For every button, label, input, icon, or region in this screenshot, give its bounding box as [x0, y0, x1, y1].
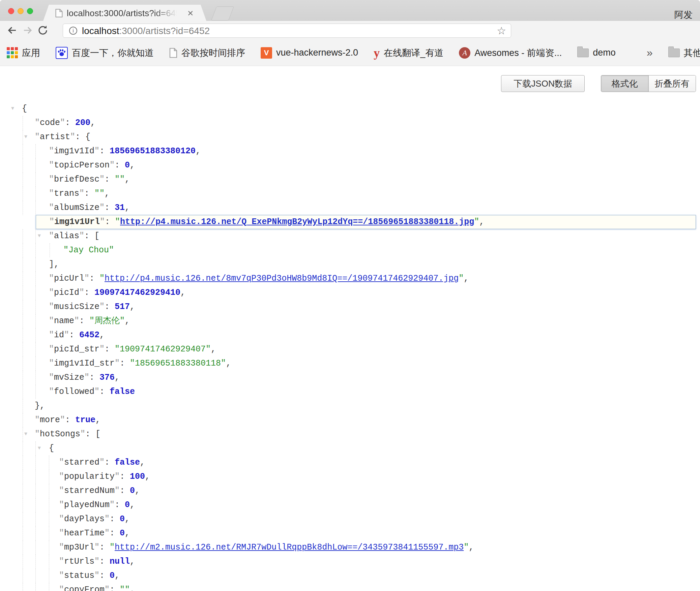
json-token: :: [105, 458, 115, 467]
bookmark-google-sort[interactable]: 谷歌按时间排序: [169, 47, 245, 59]
indent-guide-line: [23, 427, 23, 441]
json-line: "trans": "",: [0, 187, 700, 201]
json-url-link[interactable]: http://p4.music.126.net/Q_ExePNkmgB2yWyL…: [120, 217, 474, 227]
collapse-all-button[interactable]: 折叠所有: [648, 75, 696, 92]
tab-close-icon[interactable]: ×: [187, 7, 194, 19]
json-punct: ,: [211, 344, 216, 354]
json-token: ": [70, 132, 75, 142]
other-bookmarks[interactable]: 其他书签: [668, 47, 700, 59]
json-line: ▼"artist": {: [0, 130, 700, 144]
json-line: "Jay Chou": [0, 243, 700, 257]
new-tab-button[interactable]: [211, 6, 234, 21]
json-token: ": [60, 415, 65, 425]
json-value: 6452: [79, 330, 99, 340]
reload-icon[interactable]: [37, 24, 49, 36]
json-url-link[interactable]: http://m2.music.126.net/RMJR7wDullRqppBk…: [115, 542, 464, 552]
json-token: ": [79, 231, 84, 241]
json-key: artist: [40, 132, 70, 142]
json-token: :: [99, 387, 110, 397]
bookmark-awesomes[interactable]: A Awesomes - 前端资...: [459, 47, 562, 59]
json-token: ": [49, 359, 54, 368]
tab-strip: localhost:3000/artists?id=645 × 阿发: [0, 0, 700, 21]
json-line: "code": 200,: [0, 116, 700, 130]
collapse-toggle-icon[interactable]: ▼: [11, 102, 14, 116]
json-token: :: [105, 217, 115, 227]
bookmark-apps[interactable]: 应用: [7, 47, 40, 59]
json-line: "img1v1Id_str": "18569651883380118",: [0, 356, 700, 371]
collapse-toggle-icon[interactable]: ▼: [24, 130, 27, 144]
json-token: ": [59, 458, 64, 467]
indent-guide-line: [49, 498, 49, 512]
json-punct: ,: [125, 316, 130, 326]
json-token: :: [99, 542, 110, 552]
traffic-light-minimize-icon[interactable]: [18, 8, 24, 14]
json-token: ": [59, 528, 64, 538]
json-key: dayPlays: [64, 514, 105, 524]
json-line-selected: "img1v1Url": "http://p4.music.126.net/Q_…: [0, 215, 700, 229]
indent-guide-line: [49, 555, 49, 569]
json-value: false: [110, 387, 135, 397]
json-url-link[interactable]: http://p4.music.126.net/8mv7qP30Pd3oHW8b…: [105, 274, 459, 283]
format-button[interactable]: 格式化: [601, 75, 648, 92]
json-key: rtUrls: [64, 557, 94, 566]
url-host: localhost: [82, 26, 119, 36]
browser-toolbar: i localhost:3000/artists?id=6452 ☆ V 英 ⇄…: [0, 21, 700, 40]
json-token: :: [89, 373, 99, 382]
json-key: status: [64, 571, 94, 581]
indent-guide-line: [35, 342, 36, 356]
traffic-light-zoom-icon[interactable]: [27, 8, 33, 14]
json-key: copyFrom: [64, 585, 105, 591]
json-token: ": [115, 486, 120, 496]
json-punct: ,: [464, 274, 469, 283]
collapse-toggle-icon[interactable]: ▼: [24, 427, 27, 441]
json-token: ": [459, 274, 464, 283]
bookmark-baidu[interactable]: 百度一下，你就知道: [56, 47, 154, 59]
json-punct: ,: [180, 288, 185, 298]
json-token: ": [94, 387, 99, 397]
info-icon[interactable]: i: [69, 27, 77, 35]
json-line: "starredNum": 0,: [0, 484, 700, 498]
bookmark-label: demo: [593, 48, 616, 58]
json-token: ": [84, 373, 89, 382]
bookmark-vue-hackernews[interactable]: V vue-hackernews-2.0: [261, 47, 358, 59]
address-bar[interactable]: i localhost:3000/artists?id=6452 ☆: [63, 24, 511, 38]
json-token: :: [105, 302, 115, 312]
json-token: :: [105, 203, 115, 213]
indent-guide-line: [35, 555, 36, 569]
json-value: true: [75, 415, 95, 425]
collapse-toggle-icon[interactable]: ▼: [38, 229, 41, 243]
json-line: ▼"hotSongs": [: [0, 427, 700, 441]
json-line: "status": 0,: [0, 569, 700, 583]
url-text[interactable]: localhost:3000/artists?id=6452: [82, 26, 210, 36]
awesomes-icon: A: [459, 47, 470, 59]
indent-guide-line: [49, 569, 49, 583]
indent-guide-line: [35, 328, 36, 342]
json-key: more: [40, 415, 60, 425]
indent-guide-line: [23, 470, 23, 484]
json-line: ],: [0, 257, 700, 272]
indent-guide-line: [35, 158, 36, 173]
json-punct: ,: [140, 458, 145, 467]
baidu-paw-icon: [56, 47, 68, 59]
profile-name[interactable]: 阿发: [674, 9, 693, 21]
json-line: "more": true,: [0, 413, 700, 427]
browser-tab[interactable]: localhost:3000/artists?id=645 ×: [43, 5, 206, 21]
bookmark-star-icon[interactable]: ☆: [497, 25, 506, 37]
indent-guide-line: [35, 300, 36, 314]
bookmark-demo-folder[interactable]: demo: [577, 48, 616, 58]
json-token: :: [110, 514, 120, 524]
indent-guide-line: [35, 526, 36, 540]
json-line: ▼{: [0, 441, 700, 456]
bookmarks-overflow-icon[interactable]: »: [647, 46, 653, 59]
download-json-button[interactable]: 下载JSON数据: [501, 75, 585, 92]
bookmark-youdao[interactable]: y 在线翻译_有道: [374, 47, 443, 59]
traffic-light-close-icon[interactable]: [8, 8, 14, 14]
json-token: ": [64, 330, 69, 340]
collapse-toggle-icon[interactable]: ▼: [38, 441, 41, 456]
json-token: ": [94, 146, 99, 156]
json-token: :: [99, 557, 110, 566]
back-icon[interactable]: [6, 24, 18, 36]
json-token: :: [84, 288, 94, 298]
json-token: ": [49, 231, 54, 241]
json-value: 0: [130, 486, 135, 496]
